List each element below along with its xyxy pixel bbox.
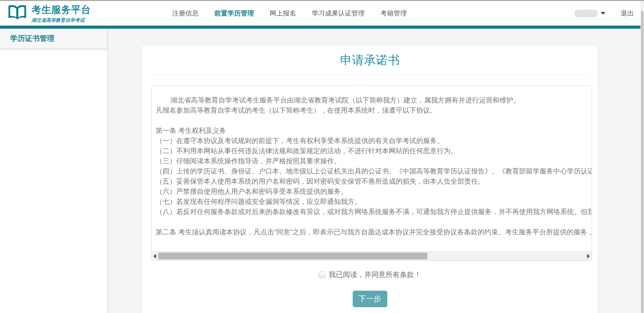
nav-item-online-signup[interactable]: 网上报名 [270, 9, 296, 18]
agreement-box[interactable]: 湖北省高等教育自学考试考生服务平台由湖北省教育考试院（以下简称我方）建立，属我方… [151, 85, 592, 261]
horizontal-scrollbar-thumb[interactable] [158, 253, 427, 259]
nav-item-exam-status[interactable]: 考籍管理 [380, 9, 407, 18]
scroll-left-arrow-icon[interactable] [153, 254, 156, 258]
brand-subtitle: 湖北省高等教育自学考试 [31, 17, 91, 24]
title-divider [149, 74, 590, 75]
agreement-line: 凡报名参加高等教育自学考试的考生（以下简称考生），在使用本系统时，须遵守以下协议… [156, 105, 592, 115]
header: 考生服务平台 湖北省高等教育自学考试 注册信息 前置学历管理 网上报名 学习成果… [0, 1, 644, 26]
agreement-line: （七）若发现有任何程序问题或安全漏洞等情况，应立即通知我方。 [156, 197, 592, 207]
commitment-card: 申请承诺书 湖北省高等教育自学考试考生服务平台由湖北省教育考试院（以下简称我方）… [141, 45, 598, 313]
agreement-line: 第一条 考生权利及义务 [156, 126, 592, 136]
page-title: 申请承诺书 [142, 52, 598, 68]
content: 学历证书管理 申请承诺书 湖北省高等教育自学考试考生服务平台由湖北省教育考试院（… [0, 29, 644, 313]
header-divider-bar [0, 26, 644, 29]
agreement-line: （八）若反对任何服务条款或对后来的条款修改有异议，或对我方网络系统服务不满，可通… [156, 207, 592, 217]
main-nav: 注册信息 前置学历管理 网上报名 学习成果认证管理 考籍管理 [172, 9, 407, 18]
agreement-line: （六）严禁擅自使用他人用户名和密码享受本系统提供的服务。 [156, 186, 592, 197]
logout-button[interactable]: 退出 [621, 9, 634, 18]
username-redacted[interactable] [574, 10, 598, 17]
scroll-right-arrow-icon[interactable] [587, 254, 590, 258]
main-area: 申请承诺书 湖北省高等教育自学考试考生服务平台由湖北省教育考试院（以下简称我方）… [107, 29, 644, 313]
horizontal-scrollbar[interactable] [152, 251, 592, 260]
agreement-line [156, 115, 592, 126]
brand-text: 考生服务平台 湖北省高等教育自学考试 [31, 3, 91, 24]
agreement-line: （三）仔细阅读本系统操作指导语，并严格按照其要求操作。 [156, 156, 592, 166]
agreement-text: 湖北省高等教育自学考试考生服务平台由湖北省教育考试院（以下简称我方）建立，属我方… [152, 85, 592, 237]
sidebar: 学历证书管理 [0, 29, 107, 313]
nav-item-register-info[interactable]: 注册信息 [172, 9, 199, 18]
agree-checkbox-label: 我已阅读，并同意所有条款！ [329, 270, 421, 280]
agreement-line: （四）上传的学历证书、身份证、户口本、地市级以上公证机关出具的公证书、《中国高等… [156, 166, 592, 176]
agreement-line [156, 217, 592, 227]
agreement-line: （五）妥善保管本人使用本系统的用户名和密码，因对密码安全保管不善所造成的损失，由… [156, 176, 592, 186]
brand-title: 考生服务平台 [31, 3, 91, 16]
agreement-line: （一）在遵守本协议及考试规则的前提下，考生有权利享受本系统提供的有关自学考试的服… [156, 136, 592, 146]
vertical-scrollbar[interactable] [640, 1, 644, 313]
vertical-scrollbar-thumb[interactable] [641, 11, 643, 313]
chevron-down-icon[interactable] [601, 12, 605, 15]
nav-item-prior-education[interactable]: 前置学历管理 [214, 9, 254, 18]
agreement-line: 湖北省高等教育自学考试考生服务平台由湖北省教育考试院（以下简称我方）建立，属我方… [156, 95, 592, 105]
nav-item-learning-outcome[interactable]: 学习成果认证管理 [312, 9, 365, 18]
brand: 考生服务平台 湖北省高等教育自学考试 [7, 3, 91, 24]
agreement-line: 第二条 考生须认真阅读本协议，凡点击“同意”之后，即表示已与我方自愿达成本协议并… [156, 227, 592, 237]
open-book-icon [7, 4, 27, 23]
agree-checkbox[interactable] [319, 271, 325, 278]
user-area: 退出 [574, 9, 634, 18]
agree-checkbox-row: 我已阅读，并同意所有条款！ [142, 270, 598, 280]
sidebar-item-certificate-management[interactable]: 学历证书管理 [0, 29, 107, 48]
sidebar-item-label: 学历证书管理 [10, 33, 54, 44]
agreement-line: （二）不利用本网站从事任何违反法律法规和政策规定的活动，不进行针对本网站的任何恶… [156, 146, 592, 156]
next-step-button[interactable]: 下一步 [353, 291, 387, 307]
